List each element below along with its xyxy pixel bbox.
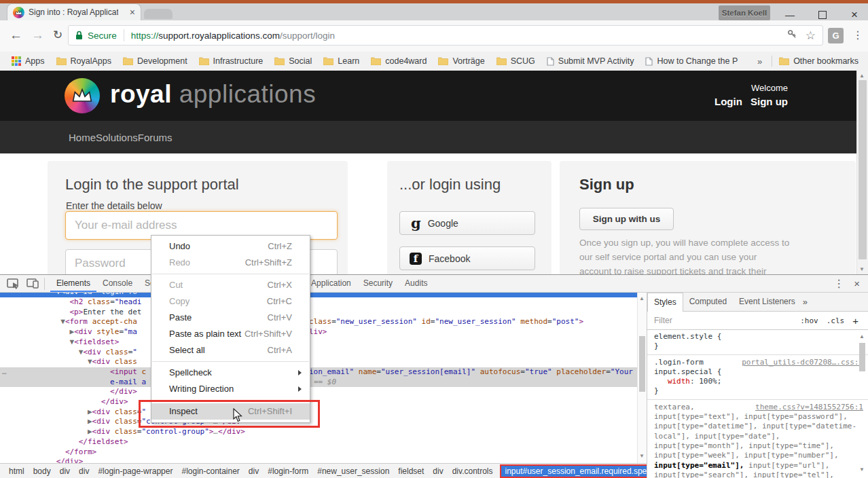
account-avatar[interactable]: G: [828, 28, 844, 43]
css-rule-line[interactable]: width: 100%;: [654, 377, 865, 386]
dom-tree-row[interactable]: ▼<div class=": [0, 348, 637, 358]
new-style-rule-icon[interactable]: +: [852, 315, 858, 327]
dom-tree-row[interactable]: ▼<fieldset>: [0, 337, 637, 348]
context-menu-item-redo[interactable]: RedoCtrl+Shift+Z: [151, 255, 310, 271]
tab-styles[interactable]: Styles: [647, 293, 683, 312]
scroll-up-icon[interactable]: ▲: [859, 73, 865, 79]
royal-applications-logo[interactable]: [65, 78, 100, 113]
css-rule-line[interactable]: input[type="datetime"], input[type="date…: [654, 422, 865, 431]
bookmarks-overflow-chevron[interactable]: »: [757, 56, 762, 67]
context-menu-item-paste[interactable]: PasteCtrl+V: [151, 310, 310, 326]
dom-tree-row[interactable]: <h2 class="headi: [0, 297, 637, 308]
css-rule-line[interactable]: local"], input[type="date"],: [654, 432, 865, 441]
elements-scrollbar-thumb[interactable]: [639, 336, 645, 392]
scroll-down-icon[interactable]: ▼: [639, 453, 645, 459]
bookmark-item[interactable]: Vorträge: [438, 56, 484, 66]
toggle-class[interactable]: .cls: [827, 316, 845, 325]
breadcrumb-node[interactable]: body: [33, 466, 51, 476]
login-link[interactable]: Login: [715, 96, 742, 107]
devtools-close-icon[interactable]: ×: [854, 278, 860, 289]
bookmark-item[interactable]: Submit MVP Activity: [547, 56, 634, 66]
dom-tree-row[interactable]: </div>: [0, 387, 637, 397]
css-rule-line[interactable]: }: [654, 342, 865, 351]
scroll-down-icon[interactable]: ▼: [859, 266, 865, 272]
profile-name-badge[interactable]: Stefan Koell: [719, 5, 770, 20]
devtools-tab-console[interactable]: Console: [96, 275, 139, 292]
css-rule-line[interactable]: input[type="email"], input[type="url"],: [654, 461, 865, 471]
breadcrumb-node[interactable]: div: [249, 466, 259, 476]
signup-link[interactable]: Sign up: [751, 96, 788, 107]
devtools-menu-icon[interactable]: ⋮: [833, 277, 844, 290]
breadcrumb-node[interactable]: #login-form: [268, 466, 308, 476]
browser-menu-icon[interactable]: ⋮: [852, 29, 863, 41]
bookmark-star-icon[interactable]: ☆: [806, 29, 816, 43]
dom-tree-row[interactable]: <p>Enter the det: [0, 308, 637, 318]
elements-scrollbar[interactable]: ▲ ▼: [637, 293, 647, 463]
devtools-tab-application[interactable]: Application: [305, 275, 357, 292]
password-key-icon[interactable]: [787, 29, 797, 41]
dom-tree-row[interactable]: <input c…ion_email" name="user_session[e…: [0, 367, 637, 378]
styles-filter-input[interactable]: Filter: [654, 316, 672, 325]
breadcrumb-node[interactable]: div: [60, 466, 70, 476]
context-menu-item-spellcheck[interactable]: Spellcheck: [151, 365, 310, 381]
dom-tree-row[interactable]: ▼<div id="login-fo: [0, 293, 637, 297]
context-menu-item-copy[interactable]: CopyCtrl+C: [151, 293, 310, 310]
facebook-login-button[interactable]: f Facebook: [399, 246, 535, 270]
dom-tree-row[interactable]: ▼<div class: [0, 357, 637, 367]
breadcrumb-node[interactable]: div.controls: [452, 466, 493, 476]
dom-tree-row[interactable]: ▼<form accept-chaclass="new_user_session…: [0, 317, 637, 327]
css-rule-line[interactable]: input[type="text"], input[type="password…: [654, 412, 865, 422]
page-scrollbar-thumb[interactable]: [858, 80, 867, 259]
breadcrumb-node[interactable]: fieldset: [398, 466, 424, 476]
css-rule-line[interactable]: element.style {: [654, 332, 865, 342]
stylesheet-link[interactable]: portal_utils-dc07208….css:5: [742, 358, 863, 367]
context-menu-item-paste-as-plain-text[interactable]: Paste as plain textCtrl+Shift+V: [151, 326, 310, 342]
bookmark-item[interactable]: SCUG: [496, 56, 535, 66]
page-scrollbar[interactable]: ▲ ▼: [856, 71, 868, 274]
styles-scrollbar-thumb[interactable]: [859, 343, 865, 371]
dom-tree-row[interactable]: </div>: [0, 457, 637, 463]
context-menu-item-undo[interactable]: UndoCtrl+Z: [151, 238, 310, 255]
reload-button[interactable]: ↻: [53, 28, 62, 42]
tab-computed[interactable]: Computed: [683, 293, 733, 311]
new-tab-button[interactable]: [144, 9, 173, 19]
dom-tree-row[interactable]: ▶<div class="control-group">…</div>: [0, 427, 637, 437]
signup-button[interactable]: Sign up with us: [579, 208, 674, 230]
google-login-button[interactable]: g Google: [399, 211, 535, 235]
apps-button[interactable]: Apps: [12, 56, 45, 66]
bookmark-item[interactable]: How to Change the P: [645, 56, 738, 66]
back-button[interactable]: ←: [10, 28, 22, 43]
css-rule-line[interactable]: input.special {: [654, 367, 865, 377]
tab-event-listeners[interactable]: Event Listeners: [733, 293, 801, 311]
breadcrumb-node[interactable]: #login-page-wrapper: [98, 466, 173, 476]
bookmark-item[interactable]: Social: [274, 56, 312, 66]
stylesheet-link[interactable]: theme.css?v=1481552756:1: [755, 403, 863, 412]
context-menu-item-select-all[interactable]: Select allCtrl+A: [151, 342, 310, 358]
css-rule-line[interactable]: theme.css?v=1481552756:1textarea,: [654, 403, 865, 412]
devtools-tab-security[interactable]: Security: [357, 275, 399, 292]
breadcrumb-node[interactable]: #new_user_session: [317, 466, 389, 476]
css-rule-line[interactable]: input[type="search"], input[type="tel"],: [654, 471, 865, 478]
breadcrumb-node[interactable]: #login-container: [181, 466, 239, 476]
dom-tree-row[interactable]: ▶<div style="maliv>: [0, 327, 637, 337]
nav-home[interactable]: Home: [69, 132, 96, 143]
other-bookmarks-button[interactable]: Other bookmarks: [779, 56, 858, 66]
bookmark-item[interactable]: Infrastructure: [199, 56, 264, 66]
css-rule-line[interactable]: input[type="month"], input[type="time"],: [654, 441, 865, 451]
device-toolbar-icon[interactable]: [26, 278, 39, 289]
address-bar[interactable]: Secure https://support.royalapplications…: [68, 25, 823, 45]
css-rule-line[interactable]: input[type="week"], input[type="number"]…: [654, 451, 865, 460]
breadcrumb-node[interactable]: div: [433, 466, 443, 476]
inspect-element-icon[interactable]: [7, 278, 20, 289]
nav-solutions[interactable]: Solutions: [96, 132, 138, 143]
bookmark-item[interactable]: RoyalApps: [56, 56, 111, 66]
css-rule-line[interactable]: }: [654, 386, 865, 396]
forward-button[interactable]: →: [31, 28, 44, 43]
browser-tab[interactable]: Sign into : Royal Applicat ×: [7, 3, 141, 20]
styles-scrollbar[interactable]: ▲ ▼: [858, 333, 867, 476]
toggle-hover-state[interactable]: :hov: [800, 316, 818, 325]
breadcrumb-selected-node[interactable]: input#user_session_email.required.specia…: [501, 466, 664, 477]
breadcrumb-node[interactable]: html: [9, 466, 24, 476]
scroll-up-icon[interactable]: ▲: [639, 295, 645, 301]
dom-tree-row[interactable]: e-mail a== $0: [0, 378, 637, 388]
